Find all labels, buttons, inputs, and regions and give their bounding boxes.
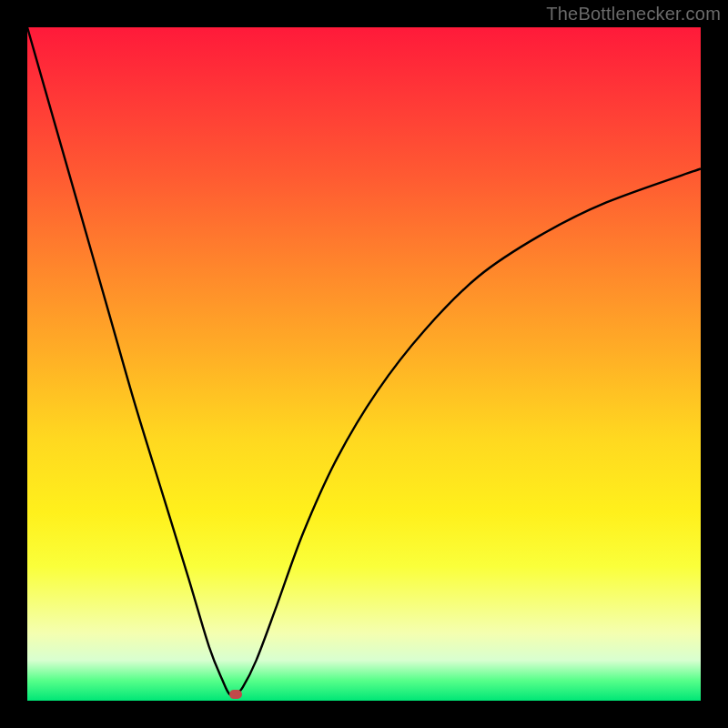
watermark-label: TheBottlenecker.com: [546, 4, 721, 25]
bottleneck-curve-svg: [27, 27, 701, 701]
optimal-point-marker: [229, 690, 242, 699]
chart-frame: TheBottlenecker.com: [0, 0, 728, 728]
plot-area: [27, 27, 701, 701]
bottleneck-curve-path: [27, 27, 701, 695]
